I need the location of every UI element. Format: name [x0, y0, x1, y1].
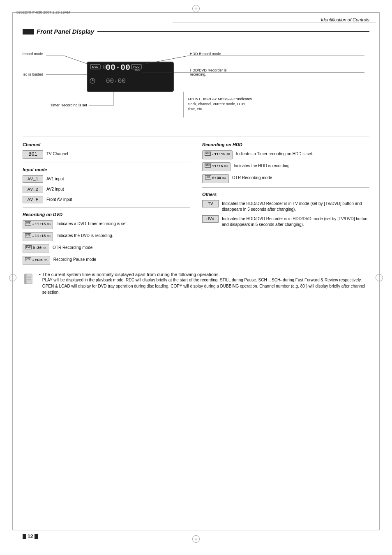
diagram-svg: DVD 00·00 HDD REC 00·00: [23, 41, 369, 136]
av2-desc: AV2 input: [46, 186, 64, 192]
page-number-rect-icon: [23, 534, 26, 539]
svg-text:REC: REC: [135, 69, 141, 71]
hdd-rec-icon-1: HDD ⊙ 11:15 REC: [202, 150, 233, 159]
channel-desc: TV Channel: [46, 150, 68, 157]
avf-desc: Front AV input: [46, 196, 72, 203]
dvd-rec-icon-1: DVD ⊙ 11:15 REC: [23, 220, 53, 229]
note-bullet-body: The current system time is normally disp…: [42, 272, 369, 295]
hdd-rec-icon-3: HDD 0:30 REC: [202, 174, 229, 183]
left-column: Channel B01 TV Channel Input mode AV_1 A…: [23, 140, 190, 268]
av1-desc: AV1 input: [46, 175, 64, 182]
channel-title: Channel: [23, 142, 190, 147]
others-row-1: TV Indicates the HDD/DVD Recorder is in …: [202, 200, 369, 212]
note-body-text: PLAY will be displayed in the playback m…: [42, 278, 365, 295]
two-column-layout: Channel B01 TV Channel Input mode AV_1 A…: [23, 140, 369, 268]
input-mode-av1-row: AV_1 AV1 input: [23, 175, 190, 183]
note-bullet-text: The current system time is normally disp…: [39, 272, 369, 295]
av2-box: AV_2: [23, 186, 43, 193]
others-title: Others: [202, 192, 369, 197]
page-border-right: [379, 12, 380, 530]
reg-mark-bottom: [192, 535, 200, 543]
input-mode-av2-row: AV_2 AV2 input: [23, 186, 190, 193]
svg-text:time, etc.: time, etc.: [188, 107, 203, 111]
recording-hdd-title: Recording on HDD: [202, 142, 369, 147]
svg-text:00·00: 00·00: [106, 78, 126, 85]
section-title: Front Panel Display: [37, 28, 94, 35]
avf-box: AV_F: [23, 196, 43, 203]
page-border-bottom: [12, 530, 380, 530]
hdd-rec-desc-2: Indicates the HDD is recording.: [234, 162, 291, 169]
dvd-rec-row-2: DVD ↺ 11:15 REC Indicates the DVD is rec…: [23, 232, 190, 241]
svg-text:Timer Recording is set: Timer Recording is set: [50, 103, 87, 107]
dvd-rec-row-3: DVD 0:30 REC OTR Recording mode: [23, 244, 190, 253]
page-number-area: 12: [23, 534, 38, 539]
others-desc-1: Indicates the HDD/DVD Recorder is in TV …: [222, 200, 369, 212]
dvd-rec-icon-4: DVD ↺ PAUS REC: [23, 256, 50, 265]
svg-text:DVD: DVD: [92, 65, 99, 68]
input-divider: [23, 207, 190, 208]
page-number-text: 12: [28, 534, 33, 539]
svg-text:HDD Record mode: HDD Record mode: [190, 52, 221, 56]
hdd-rec-row-3: HDD 0:30 REC OTR Recording mode: [202, 174, 369, 183]
note-icon: [23, 273, 35, 285]
right-column: Recording on HDD HDD ⊙ 11:15 REC Indicat…: [202, 140, 369, 268]
hdd-rec-desc-3: OTR Recording mode: [232, 174, 272, 181]
main-divider: [23, 136, 369, 136]
reg-mark-left: [9, 274, 16, 281]
recording-dvd-title: Recording on DVD: [23, 212, 190, 217]
svg-text:HDD: HDD: [133, 65, 139, 68]
dvd-rec-row-1: DVD ⊙ 11:15 REC Indicates a DVD Timer re…: [23, 220, 190, 229]
hdd-rec-row-2: HDD 11:15 REC Indicates the HDD is recor…: [202, 162, 369, 171]
svg-text:DVD Record mode: DVD Record mode: [23, 52, 43, 56]
input-mode-title: Input mode: [23, 167, 190, 172]
file-info: 0202DRHT-630 2007.2.29:19AM: [16, 10, 70, 14]
hdd-rec-desc-1: Indicates a Timer recording on HDD is se…: [236, 150, 313, 157]
svg-text:FRONT DISPLAY MESSAGE:Indicate: FRONT DISPLAY MESSAGE:Indicates: [188, 97, 252, 101]
header-divider: [173, 23, 376, 23]
main-content: Front Panel Display DVD 00·00 HDD REC: [23, 28, 369, 522]
svg-line-13: [65, 56, 89, 64]
page-number-rect-icon-right: [35, 534, 38, 539]
page-border-left: [12, 12, 13, 530]
hdd-rec-row-1: HDD ⊙ 11:15 REC Indicates a Timer record…: [202, 150, 369, 159]
hdd-divider: [202, 187, 369, 188]
dvd-rec-desc-1: Indicates a DVD Timer recording is set.: [56, 220, 127, 227]
section-title-line: [97, 31, 369, 32]
note-content: The current system time is normally disp…: [39, 272, 369, 295]
av1-box: AV_1: [23, 175, 43, 183]
tv-box: TV: [202, 200, 219, 207]
section-title-bar: Front Panel Display: [23, 28, 369, 35]
dvd-mode-box: dVd: [202, 215, 219, 223]
channel-box: B01: [23, 150, 43, 159]
dvd-rec-icon-2: DVD ↺ 11:15 REC: [23, 232, 53, 241]
note-section: The current system time is normally disp…: [23, 272, 369, 295]
title-rect-icon: [23, 29, 34, 35]
svg-text:HDD/DVD Recorder is: HDD/DVD Recorder is: [190, 68, 227, 72]
channel-divider: [23, 163, 190, 163]
dvd-rec-row-4: DVD ↺ PAUS REC Recording Pause mode: [23, 256, 190, 265]
diagram-area: DVD 00·00 HDD REC 00·00: [23, 41, 369, 136]
svg-text:Disc is loaded: Disc is loaded: [23, 72, 43, 76]
svg-text:clock, channel, current mode, : clock, channel, current mode, OTR: [188, 102, 245, 106]
page-header-title: Identification of Controls: [321, 17, 369, 22]
dvd-rec-desc-2: Indicates the DVD is recording.: [56, 232, 113, 239]
others-desc-2: Indicates the HDD/DVD Recorder is in HDD…: [222, 215, 369, 228]
dvd-rec-desc-4: Recording Pause mode: [53, 256, 97, 263]
svg-text:recording.: recording.: [190, 72, 206, 76]
channel-row: B01 TV Channel: [23, 150, 190, 159]
others-row-2: dVd Indicates the HDD/DVD Recorder is in…: [202, 215, 369, 228]
hdd-rec-icon-2: HDD 11:15 REC: [202, 162, 231, 171]
input-mode-avf-row: AV_F Front AV input: [23, 196, 190, 203]
dvd-rec-desc-3: OTR Recording mode: [53, 244, 92, 251]
svg-text:00·00: 00·00: [106, 63, 130, 72]
svg-rect-34: [25, 274, 26, 284]
dvd-rec-icon-3: DVD 0:30 REC: [23, 244, 49, 253]
